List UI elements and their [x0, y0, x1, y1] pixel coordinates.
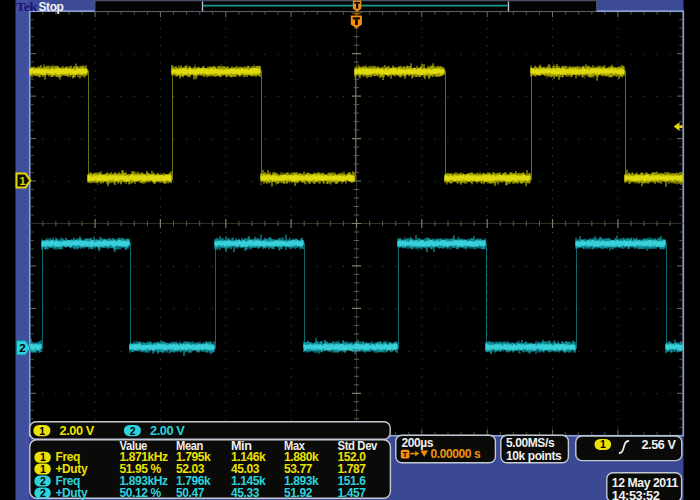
svg-text:2: 2 [130, 425, 136, 437]
svg-text:2: 2 [40, 475, 46, 487]
svg-text:0.00000 s: 0.00000 s [431, 447, 482, 461]
svg-text:2: 2 [40, 487, 46, 499]
svg-text:1: 1 [20, 175, 26, 187]
svg-text:1.457: 1.457 [338, 486, 367, 500]
svg-text:1: 1 [39, 425, 45, 437]
svg-text:50.12 %: 50.12 % [120, 486, 162, 500]
svg-text:50.47: 50.47 [176, 486, 205, 500]
svg-text:1: 1 [40, 451, 46, 463]
svg-text:T: T [403, 450, 408, 459]
svg-text:45.33: 45.33 [231, 486, 260, 500]
svg-text:+Duty: +Duty [56, 486, 88, 500]
svg-text:1: 1 [600, 438, 606, 450]
svg-text:1: 1 [40, 463, 46, 475]
svg-text:14:53:52: 14:53:52 [612, 489, 660, 500]
svg-text:2.56 V: 2.56 V [642, 438, 677, 452]
svg-text:2.00 V: 2.00 V [60, 424, 96, 438]
svg-text:Stop: Stop [39, 0, 64, 14]
svg-text:51.92: 51.92 [284, 486, 313, 500]
svg-text:10k points: 10k points [506, 449, 562, 463]
svg-text:200µs: 200µs [402, 436, 434, 450]
svg-text:2.00 V: 2.00 V [150, 424, 186, 438]
svg-text:2: 2 [19, 342, 25, 354]
svg-text:Tek: Tek [16, 0, 38, 14]
